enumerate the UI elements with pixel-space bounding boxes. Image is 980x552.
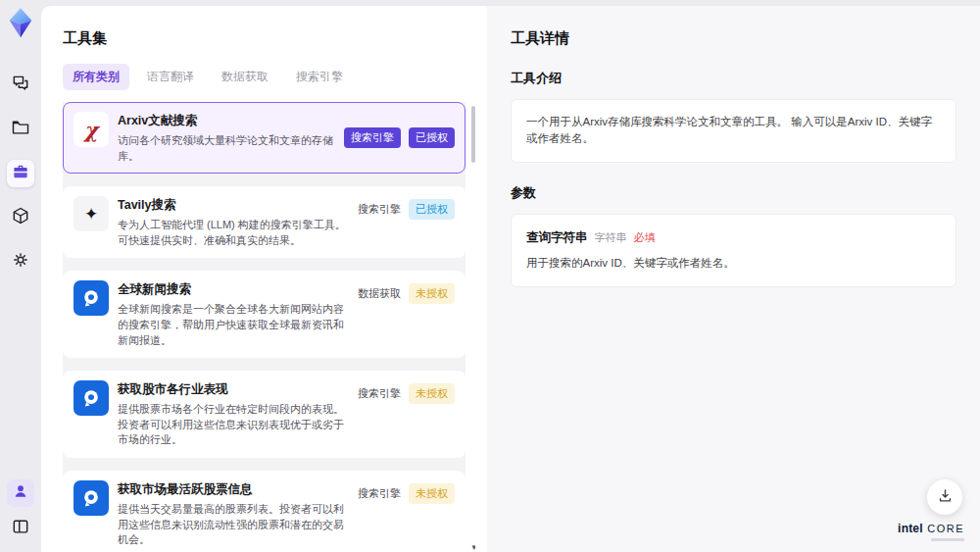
page-title: 工具集 — [63, 29, 475, 48]
param-name: 查询字符串 — [526, 228, 588, 247]
folder-icon — [11, 118, 30, 141]
tianapi-logo — [74, 280, 109, 316]
intro-box: 一个用于从Arxiv存储库搜索科学论文和文章的工具。 输入可以是Arxiv ID… — [511, 99, 956, 163]
tool-list-item[interactable]: 全球新闻搜索 全球新闻搜索是一个聚合全球各大新闻网站内容的搜索引擎，帮助用户快速… — [63, 271, 466, 358]
intel-core-logo: intel core — [898, 519, 964, 541]
arxiv-logo: χ — [74, 112, 109, 147]
tool-description: 专为人工智能代理 (LLM) 构建的搜索引擎工具。可快速提供实时、准确和真实的结… — [118, 218, 349, 248]
param-required-badge: 必填 — [634, 229, 656, 246]
download-icon — [937, 487, 954, 507]
category-tab[interactable]: 语言翻译 — [137, 64, 204, 90]
tool-title: 全球新闻搜索 — [118, 281, 349, 298]
intro-heading: 工具介绍 — [511, 70, 956, 87]
tool-list-item[interactable]: ✦ Tavily搜索 专为人工智能代理 (LLM) 构建的搜索引擎工具。可快速提… — [63, 186, 466, 258]
tool-detail-panel: 工具详情 工具介绍 一个用于从Arxiv存储库搜索科学论文和文章的工具。 输入可… — [487, 6, 980, 552]
category-tab[interactable]: 数据获取 — [212, 64, 278, 90]
scroll-down-icon[interactable]: ▾ — [471, 543, 475, 552]
tianapi-logo — [74, 380, 109, 416]
cube-icon — [11, 206, 30, 229]
sidebar-item-collapse[interactable] — [7, 515, 34, 542]
params-heading: 参数 — [511, 184, 956, 202]
brand-primary: intel — [898, 522, 923, 535]
tool-category-badge: 搜索引擎 — [358, 199, 401, 220]
tool-list-item[interactable]: χ Arxiv文献搜索 访问各个研究领域大量科学论文和文章的存储库。 搜索引擎 … — [63, 102, 466, 174]
toolbox-icon — [11, 162, 30, 185]
tool-title: 获取股市各行业表现 — [118, 381, 349, 398]
intel-core-sub-badge — [931, 538, 964, 541]
param-description: 用于搜索的Arxiv ID、关键字或作者姓名。 — [526, 255, 941, 272]
tool-list-item[interactable]: 获取股市各行业表现 提供股票市场各个行业在特定时间段内的表现。投资者可以利用这些… — [63, 371, 466, 458]
user-avatar-icon — [11, 481, 30, 505]
tool-auth-badge: 未授权 — [409, 283, 455, 304]
tool-auth-badge: 已授权 — [409, 199, 455, 220]
tool-list-stack: χ Arxiv文献搜索 访问各个研究领域大量科学论文和文章的存储库。 搜索引擎 … — [63, 102, 466, 552]
download-button[interactable] — [927, 479, 962, 515]
sparkle-icon: ✦ — [74, 196, 109, 231]
tool-title: Arxiv文献搜索 — [118, 113, 335, 129]
tool-auth-badge: 已授权 — [409, 127, 455, 148]
intro-text: 一个用于从Arxiv存储库搜索科学论文和文章的工具。 输入可以是Arxiv ID… — [526, 116, 932, 144]
tool-category-badge: 数据获取 — [358, 283, 401, 304]
tool-category-badge: 搜索引擎 — [344, 127, 401, 148]
main-content: 工具集 所有类别语言翻译数据获取搜索引擎 χ Arxiv文献搜索 访问各个研究领… — [41, 6, 980, 552]
sidebar-item-packages[interactable] — [7, 204, 34, 231]
chat-icon — [11, 74, 30, 97]
sidebar-item-settings[interactable] — [7, 248, 34, 276]
tool-list-item[interactable]: 获取市场最活跃股票信息 提供当天交易量最高的股票列表。投资者可以利用这些信息来识… — [63, 471, 466, 552]
param-type: 字符串 — [595, 229, 627, 246]
param-box: 查询字符串 字符串 必填 用于搜索的Arxiv ID、关键字或作者姓名。 — [511, 214, 956, 287]
app-logo — [6, 7, 35, 38]
scrollbar-thumb[interactable] — [471, 106, 475, 163]
app-sidebar — [0, 0, 41, 552]
sidebar-item-account[interactable] — [7, 479, 34, 507]
tool-title: Tavily搜索 — [118, 197, 349, 214]
category-tabs: 所有类别语言翻译数据获取搜索引擎 — [63, 64, 475, 90]
tool-list: χ Arxiv文献搜索 访问各个研究领域大量科学论文和文章的存储库。 搜索引擎 … — [63, 102, 475, 552]
tool-description: 全球新闻搜索是一个聚合全球各大新闻网站内容的搜索引擎，帮助用户快速获取全球最新资… — [118, 302, 349, 348]
sidebar-item-chat[interactable] — [7, 72, 34, 99]
tool-description: 提供当天交易量最高的股票列表。投资者可以利用这些信息来识别流动性强的股票和潜在的… — [118, 502, 349, 548]
tool-auth-badge: 未授权 — [409, 483, 455, 504]
sidebar-item-tools[interactable] — [7, 160, 34, 187]
tool-description: 访问各个研究领域大量科学论文和文章的存储库。 — [118, 133, 335, 164]
side-panel-icon — [11, 517, 30, 540]
tool-title: 获取市场最活跃股票信息 — [118, 481, 349, 498]
tool-category-badge: 搜索引擎 — [358, 483, 401, 504]
category-tab[interactable]: 搜索引擎 — [286, 64, 353, 90]
category-tab[interactable]: 所有类别 — [63, 64, 129, 90]
tool-category-badge: 搜索引擎 — [358, 383, 401, 404]
tool-list-panel: 工具集 所有类别语言翻译数据获取搜索引擎 χ Arxiv文献搜索 访问各个研究领… — [41, 6, 487, 552]
gear-icon — [11, 250, 30, 274]
tool-description: 提供股票市场各个行业在特定时间段内的表现。投资者可以利用这些信息来识别表现优于或… — [118, 402, 349, 448]
detail-title: 工具详情 — [511, 29, 956, 48]
tool-auth-badge: 未授权 — [409, 383, 455, 404]
sidebar-item-files[interactable] — [7, 116, 34, 143]
tianapi-logo — [74, 480, 109, 516]
brand-secondary: core — [927, 523, 964, 534]
list-scrollbar[interactable] — [471, 104, 475, 538]
